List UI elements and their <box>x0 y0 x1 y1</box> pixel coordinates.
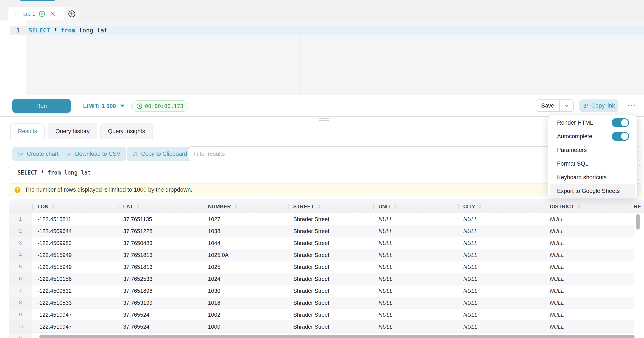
table-row[interactable]: 1 -122.4515811 37.7651135 1027 Shrader S… <box>9 213 634 225</box>
cell-district[interactable]: NULL <box>545 249 629 261</box>
cell-lat[interactable]: 37.765524 <box>118 309 203 320</box>
cell-unit[interactable]: NULL <box>373 261 458 273</box>
table-row[interactable]: 9 -122.4510947 37.765524 1002 Shrader St… <box>9 309 634 321</box>
cell-street[interactable]: Shrader Street <box>288 237 373 249</box>
copy-to-clipboard-button[interactable]: Copy to Clipboard <box>126 147 193 161</box>
menu-item-render-html[interactable]: Render HTML <box>548 116 637 129</box>
vertical-scrollbar[interactable] <box>636 214 640 230</box>
cell-district[interactable]: NULL <box>545 273 629 285</box>
sort-icon[interactable] <box>52 204 54 209</box>
cell-lat[interactable]: 37.7653199 <box>118 297 203 308</box>
cell-lat[interactable]: 37.765524 <box>118 321 203 332</box>
header-street[interactable]: STREET <box>288 199 373 213</box>
table-row[interactable]: 3 -122.4509983 37.7650483 1044 Shrader S… <box>9 237 634 249</box>
cell-street[interactable]: Shrader Street <box>288 273 373 285</box>
cell-unit[interactable]: NULL <box>373 249 458 261</box>
tab-1[interactable]: ⋮ Tab 1 <box>8 7 67 21</box>
cell-number[interactable]: 1002 <box>203 309 288 320</box>
menu-item-parameters[interactable]: Parameters <box>548 143 637 157</box>
cell-unit[interactable]: NULL <box>373 225 458 237</box>
cell-street[interactable]: Shrader Street <box>288 225 373 237</box>
cell-city[interactable]: NULL <box>458 225 545 237</box>
table-row[interactable]: 2 -122.4509644 37.7651228 1038 Shrader S… <box>9 225 634 237</box>
header-city[interactable]: CITY <box>458 199 545 213</box>
header-re-clipped[interactable]: RE <box>629 199 644 213</box>
autocomplete-toggle[interactable] <box>612 132 629 141</box>
sort-icon[interactable] <box>317 204 320 209</box>
cell-lat[interactable]: 37.7651135 <box>118 213 203 225</box>
run-button[interactable]: Run <box>12 99 71 113</box>
cell-street[interactable]: Shrader Street <box>288 261 373 273</box>
cell-unit[interactable]: NULL <box>373 273 458 285</box>
new-tab-button[interactable] <box>64 7 80 21</box>
cell-lon[interactable]: -122.4510947 <box>32 321 118 332</box>
table-row[interactable]: 5 -122.4515949 37.7651813 1025 Shrader S… <box>9 261 634 273</box>
sort-icon[interactable] <box>234 204 237 209</box>
cell-street[interactable]: Shrader Street <box>288 309 373 320</box>
cell-lat[interactable]: 37.7651813 <box>118 249 203 261</box>
header-unit[interactable]: UNIT <box>373 199 458 213</box>
close-tab-icon[interactable] <box>50 11 56 16</box>
header-lon[interactable]: LON <box>32 199 118 213</box>
copy-link-button[interactable]: Copy link <box>579 99 618 112</box>
cell-city[interactable]: NULL <box>458 261 545 273</box>
cell-street[interactable]: Shrader Street <box>288 321 373 332</box>
header-number[interactable]: NUMBER <box>203 199 288 213</box>
cell-lat[interactable]: 37.7651898 <box>118 285 203 297</box>
cell-lon[interactable]: -122.4510533 <box>32 297 118 308</box>
cell-lat[interactable]: 37.7652533 <box>118 273 203 285</box>
cell-unit[interactable]: NULL <box>373 297 458 308</box>
tab-results[interactable]: Results <box>10 123 45 139</box>
menu-item-format-sql[interactable]: Format SQL <box>548 157 637 170</box>
cell-district[interactable]: NULL <box>545 261 629 273</box>
menu-item-keyboard-shortcuts[interactable]: Keyboard shortcuts <box>548 170 637 184</box>
cell-lon[interactable]: -122.4515949 <box>32 261 118 273</box>
cell-number[interactable]: 1038 <box>203 225 288 237</box>
cell-unit[interactable]: NULL <box>373 309 458 320</box>
cell-city[interactable]: NULL <box>458 249 545 261</box>
table-row[interactable]: 4 -122.4515949 37.7651813 1025.0A Shrade… <box>9 249 634 261</box>
cell-unit[interactable]: NULL <box>373 285 458 297</box>
table-row[interactable]: 8 -122.4510533 37.7653199 1018 Shrader S… <box>9 297 634 309</box>
cell-district[interactable]: NULL <box>545 297 629 308</box>
cell-city[interactable]: NULL <box>458 297 545 308</box>
cell-number[interactable]: 1025.0A <box>203 249 288 261</box>
tab-query-insights[interactable]: Query Insights <box>100 123 153 139</box>
menu-item-export-google-sheets[interactable]: Export to Google Sheets <box>550 184 636 198</box>
save-options-button[interactable] <box>559 100 573 111</box>
cell-street[interactable]: Shrader Street <box>288 213 373 225</box>
cell-city[interactable]: NULL <box>458 285 545 297</box>
cell-number[interactable]: 1000 <box>203 321 288 332</box>
cell-city[interactable]: NULL <box>458 321 545 332</box>
cell-number[interactable]: 1018 <box>203 297 288 308</box>
cell-lon[interactable]: -122.4509983 <box>32 237 118 249</box>
save-button[interactable]: Save <box>536 100 559 111</box>
cell-lat[interactable]: 37.7651813 <box>118 261 203 273</box>
sort-icon[interactable] <box>136 204 139 209</box>
cell-city[interactable]: NULL <box>458 273 545 285</box>
cell-lon[interactable]: -122.4515811 <box>32 213 118 225</box>
cell-district[interactable]: NULL <box>545 225 629 237</box>
header-lat[interactable]: LAT <box>118 199 203 213</box>
horizontal-scrollbar[interactable] <box>39 335 634 338</box>
cell-lon[interactable]: -122.4510156 <box>32 273 118 285</box>
sort-icon[interactable] <box>394 204 397 209</box>
cell-lon[interactable]: -122.4510947 <box>32 309 118 320</box>
menu-item-autocomplete[interactable]: Autocomplete <box>548 129 637 143</box>
cell-unit[interactable]: NULL <box>373 213 458 225</box>
cell-number[interactable]: 1044 <box>203 237 288 249</box>
cell-lon[interactable]: -122.4509832 <box>32 285 118 297</box>
code-area[interactable]: SELECT * from long_lat <box>26 21 644 95</box>
cell-district[interactable]: NULL <box>545 321 629 332</box>
table-row[interactable]: 7 -122.4509832 37.7651898 1030 Shrader S… <box>9 285 634 297</box>
drag-handle-icon[interactable]: ⋮ <box>13 12 18 16</box>
cell-lat[interactable]: 37.7651228 <box>118 225 203 237</box>
cell-district[interactable]: NULL <box>545 285 629 297</box>
cell-street[interactable]: Shrader Street <box>288 249 373 261</box>
cell-unit[interactable]: NULL <box>373 321 458 332</box>
create-chart-button[interactable]: Create chart <box>12 147 64 161</box>
code-line-1[interactable]: SELECT * from long_lat <box>26 26 644 35</box>
download-csv-button[interactable]: Download to CSV <box>60 147 126 161</box>
cell-lon[interactable]: -122.4509644 <box>32 225 118 237</box>
cell-street[interactable]: Shrader Street <box>288 297 373 308</box>
